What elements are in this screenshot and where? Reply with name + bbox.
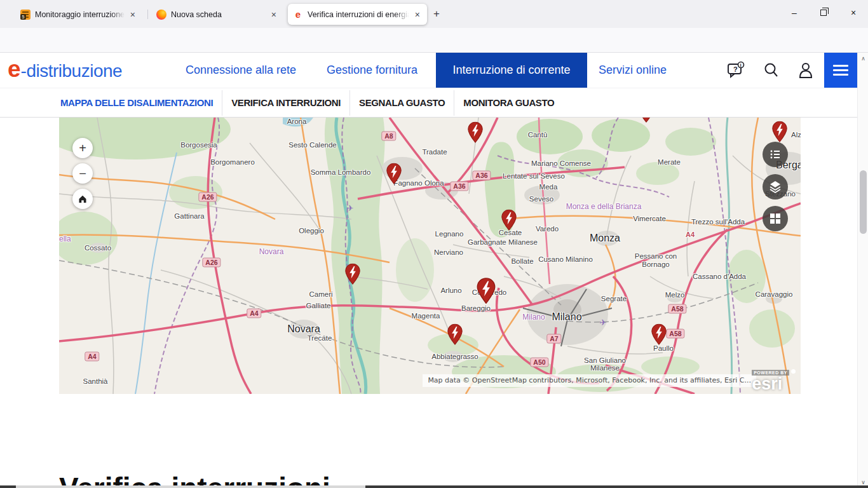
outage-marker-pin[interactable] (651, 323, 667, 345)
scroll-up-arrow[interactable]: ∧ (860, 55, 867, 62)
outage-marker-pin[interactable] (638, 118, 654, 123)
firefox-favicon (156, 10, 166, 20)
help-chat-icon[interactable]: ? i (726, 60, 746, 81)
outage-map[interactable]: AronaSesto CalendeBorgosesiaBorgomaneroS… (59, 118, 801, 394)
map-place-label: Bollate (511, 257, 533, 265)
tab-monitoraggio[interactable]: 5 Monitoraggio interruzione servi × (15, 4, 142, 25)
search-icon[interactable] (761, 60, 782, 81)
browser-window: 5 Monitoraggio interruzione servi × Nuov… (0, 0, 868, 488)
nav-servizi-online[interactable]: Servizi online (599, 53, 667, 88)
map-home-button[interactable] (72, 189, 93, 209)
map-place-label: Cusano Milanino (538, 255, 593, 263)
motorway-badge: A4 (85, 352, 99, 362)
site-menu-button[interactable] (824, 53, 857, 88)
page-scrollbar[interactable]: ∧ ∨ (857, 53, 868, 488)
map-place-label: Milano (522, 313, 545, 322)
map-zoom-in-button[interactable]: + (72, 138, 93, 158)
motorway-badge: A50 (530, 358, 548, 367)
scrollbar-thumb[interactable] (860, 170, 867, 234)
map-place-label: San Giuliano (584, 356, 626, 364)
map-tiles (59, 118, 801, 394)
motorway-badge: A26 (198, 193, 217, 202)
map-place-label: Monza e della Brianza (566, 202, 642, 211)
map-place-label: Bareggio (461, 304, 491, 312)
tab-close-icon[interactable]: × (413, 10, 422, 20)
tab-close-icon[interactable]: × (269, 10, 278, 20)
nav-connessione-alla-rete[interactable]: Connessione alla rete (186, 53, 296, 88)
map-place-label: Borgomanero (210, 158, 255, 166)
esri-wordmark: esri (752, 377, 796, 391)
svg-text:?: ? (733, 65, 738, 73)
tab-verifica-interruzioni-active[interactable]: e Verifica interruzioni di energia el × (288, 4, 427, 25)
outage-marker-pin[interactable] (447, 323, 463, 345)
outage-marker-pin[interactable] (501, 209, 517, 231)
map-place-label: Mariano Comense (531, 159, 591, 167)
map-place-label: Monza (590, 233, 620, 244)
map-place-label: Segrate (601, 295, 627, 302)
bottom-dark-bar (365, 485, 868, 488)
outage-marker-pin[interactable] (344, 263, 361, 285)
window-minimize-button[interactable]: – (788, 8, 801, 18)
map-place-label: Santhià (83, 377, 107, 385)
nav-gestione-fornitura[interactable]: Gestione fornitura (327, 53, 417, 88)
window-close-button[interactable]: × (847, 8, 860, 18)
map-basemap-gallery-button[interactable] (763, 206, 788, 231)
outage-marker-pin[interactable] (771, 121, 788, 142)
motorway-badge: A58 (666, 329, 684, 339)
tab-mappa-disalimentazioni[interactable]: MAPPA DELLE DISALIMENTAZIONI (60, 97, 222, 108)
map-place-label: Alz (791, 131, 801, 139)
map-zoom-out-button[interactable]: − (72, 163, 93, 184)
outage-marker-pin[interactable] (386, 163, 402, 184)
svg-text:i: i (740, 62, 742, 68)
map-place-label: ella (59, 234, 71, 243)
window-restore-button[interactable] (820, 10, 827, 16)
map-place-label: ✈ (347, 203, 354, 213)
map-layers-button[interactable] (763, 174, 788, 200)
tab-title: Verifica interruzioni di energia el (308, 10, 409, 19)
motorway-badge: A26 (202, 258, 220, 268)
account-person-icon[interactable] (796, 60, 816, 81)
map-place-label: A4 (686, 231, 695, 238)
tab-title: Monitoraggio interruzione servi (35, 10, 125, 19)
map-place-label: ✈ (600, 318, 607, 327)
map-place-label: Seveso (529, 195, 553, 203)
tab-nuova-scheda[interactable]: Nuova scheda × (151, 4, 283, 25)
map-place-label: Trecate (308, 334, 332, 342)
tab-title: Nuova scheda (171, 10, 266, 19)
browser-toolbar: ← → ↻ https://www.e-distribuzione.it/int… (0, 28, 868, 53)
legend-list-icon (769, 148, 782, 161)
new-tab-button[interactable]: + (433, 8, 440, 20)
map-place-label: Arona (287, 118, 307, 125)
map-place-label: Magenta (412, 312, 440, 320)
map-place-label: Vimercate (633, 215, 666, 222)
esri-globe-dot (791, 369, 796, 374)
e-distribuzione-logo[interactable]: e -distribuzione (8, 57, 122, 82)
map-place-label: Meda (539, 183, 558, 191)
tab-monitora-guasto[interactable]: MONITORA GUASTO (454, 97, 563, 108)
outage-marker-pin[interactable] (467, 121, 484, 143)
map-place-label: Cassano d'Adda (693, 273, 746, 280)
logo-symbol: e (8, 57, 21, 82)
tab-segnala-guasto[interactable]: SEGNALA GUASTO (350, 97, 454, 108)
map-place-label: Gattinara (174, 212, 204, 220)
motorway-badge: A4 (247, 309, 261, 318)
horizontal-scrollbar-track[interactable] (16, 485, 365, 488)
nav-interruzione-di-corrente[interactable]: Interruzione di corrente (436, 53, 587, 88)
map-place-label: Galliate (306, 302, 331, 309)
map-place-label: Cameri (309, 290, 332, 298)
tab-close-icon[interactable]: × (128, 10, 137, 20)
motorway-badge: A8 (381, 132, 396, 141)
map-place-label: Novara (287, 323, 320, 335)
tab-verifica-interruzioni[interactable]: VERIFICA INTERRUZIONI (222, 97, 349, 108)
e-distribuzione-favicon: e (293, 10, 303, 20)
scroll-down-arrow[interactable]: ∨ (860, 479, 867, 485)
map-place-label: Melzo (665, 291, 685, 299)
bottom-bar-segment (0, 485, 16, 488)
map-place-label: Cossato (85, 244, 111, 252)
map-place-label: Borgosesia (180, 141, 217, 149)
section-tabs: MAPPA DELLE DISALIMENTAZIONI VERIFICA IN… (0, 88, 868, 118)
map-place-label: Legnano (435, 230, 464, 238)
outage-marker-pin[interactable] (476, 278, 496, 304)
map-legend-button[interactable] (763, 142, 788, 167)
map-place-label: Abbiategrasso (431, 353, 478, 360)
